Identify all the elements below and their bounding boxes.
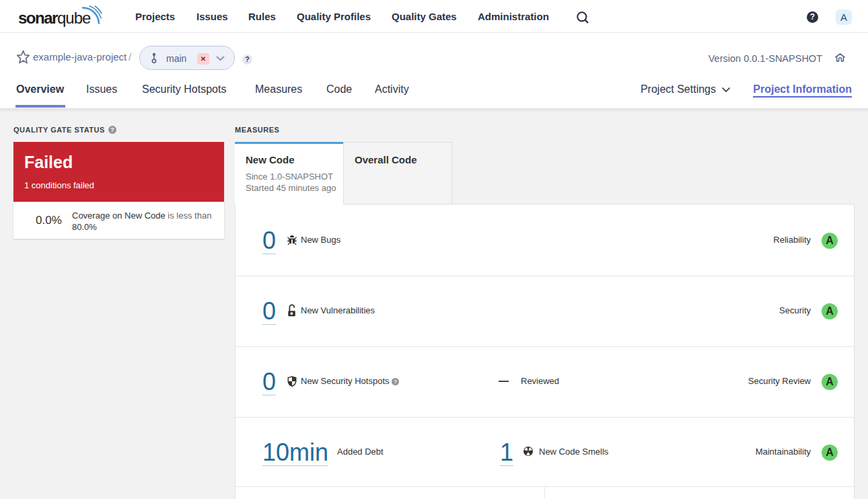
- svg-text:qube: qube: [57, 9, 91, 27]
- svg-text:sonar: sonar: [18, 9, 58, 27]
